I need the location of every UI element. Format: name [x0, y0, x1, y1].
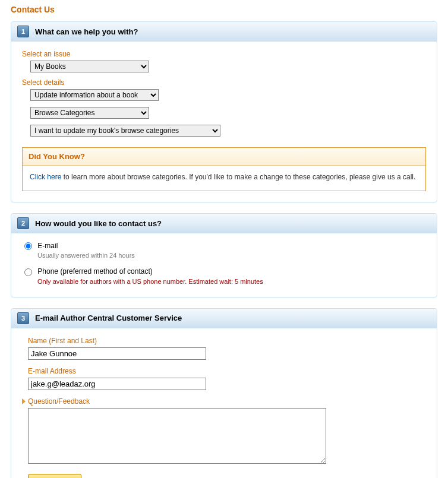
detail-select-3[interactable]: I want to update my book's browse catego… — [30, 125, 220, 137]
question-label-row: Question/Feedback — [28, 397, 426, 406]
send-email-button[interactable]: Send e-mail — [28, 474, 81, 478]
phone-radio-row[interactable]: Phone (preferred method of contact) — [24, 267, 153, 276]
panel-step-3: 3 E-mail Author Central Customer Service… — [11, 308, 437, 478]
email-radio-label: E-mail — [37, 242, 58, 250]
caret-icon — [22, 398, 26, 404]
detail-select-1[interactable]: Update information about a book — [30, 89, 159, 101]
step-number-2: 2 — [17, 217, 29, 229]
contact-option-email: E-mail Usually answered within 24 hours — [24, 242, 426, 259]
panel-title-2: How would you like to contact us? — [35, 219, 162, 228]
panel-title-1: What can we help you with? — [35, 27, 138, 36]
detail-select-2[interactable]: Browse Categories — [30, 107, 149, 119]
click-here-link[interactable]: Click here — [30, 173, 61, 181]
panel-header-3: 3 E-mail Author Central Customer Service — [11, 309, 437, 328]
email-radio-row[interactable]: E-mail — [24, 242, 58, 250]
panel-body-1: Select an issue My Books Select details … — [11, 42, 437, 202]
name-label: Name (First and Last) — [28, 337, 426, 345]
issue-select[interactable]: My Books — [30, 61, 149, 72]
panel-header-2: 2 How would you like to contact us? — [11, 214, 437, 233]
email-input[interactable] — [28, 378, 206, 390]
name-input[interactable] — [28, 347, 206, 360]
panel-title-3: E-mail Author Central Customer Service — [35, 314, 182, 322]
page-title: Contact Us — [11, 5, 437, 14]
panel-header-1: 1 What can we help you with? — [11, 22, 437, 42]
phone-subtext: Only available for authors with a US pho… — [37, 278, 426, 285]
phone-radio[interactable] — [24, 268, 32, 276]
step-number-3: 3 — [17, 312, 29, 324]
question-label: Question/Feedback — [28, 397, 90, 406]
panel-step-2: 2 How would you like to contact us? E-ma… — [11, 213, 437, 297]
select-issue-label: Select an issue — [22, 50, 426, 58]
email-subtext: Usually answered within 24 hours — [37, 252, 426, 259]
email-radio[interactable] — [24, 242, 32, 250]
did-you-know-text: to learn more about browse categories. I… — [61, 173, 415, 181]
did-you-know-body: Click here to learn more about browse ca… — [23, 166, 425, 191]
step-number-1: 1 — [17, 26, 29, 37]
panel-body-3: Name (First and Last) E-mail Address Que… — [11, 328, 437, 478]
panel-body-2: E-mail Usually answered within 24 hours … — [11, 233, 437, 297]
did-you-know-box: Did You Know? Click here to learn more a… — [22, 147, 426, 191]
phone-radio-label: Phone (preferred method of contact) — [37, 267, 152, 276]
feedback-textarea[interactable] — [28, 408, 326, 464]
select-details-label: Select details — [22, 78, 426, 87]
email-address-label: E-mail Address — [28, 367, 426, 375]
did-you-know-title: Did You Know? — [23, 148, 425, 166]
panel-step-1: 1 What can we help you with? Select an i… — [11, 21, 437, 202]
contact-option-phone: Phone (preferred method of contact) Only… — [24, 267, 426, 284]
